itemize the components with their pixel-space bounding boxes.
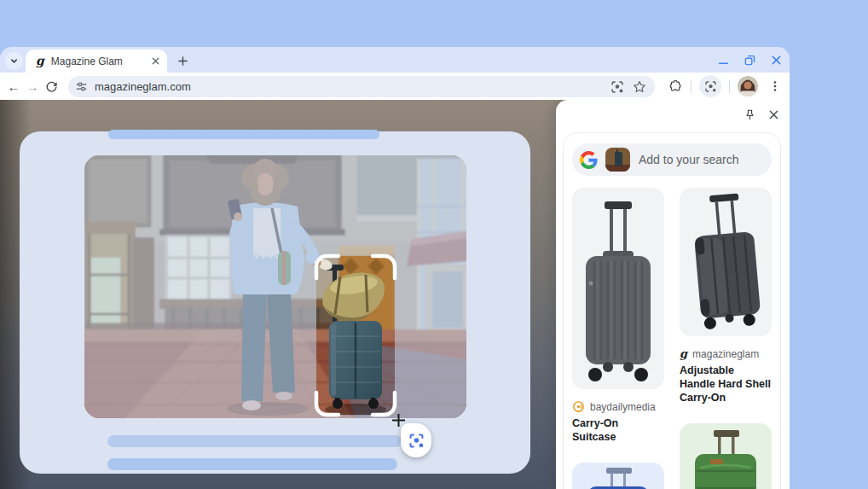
search-placeholder: Add to your search (639, 153, 739, 166)
placeholder-heading-bar (108, 130, 379, 139)
lens-search-icon[interactable] (610, 80, 624, 94)
address-bar[interactable]: magazineglam.com (68, 76, 655, 97)
lens-region-search-button[interactable] (401, 423, 431, 457)
article-card (20, 131, 530, 474)
placeholder-text-bar (107, 458, 397, 470)
lens-side-panel: Add to your search (556, 100, 790, 489)
tab-close-icon[interactable] (151, 56, 160, 66)
product-image-dark-suitcase[interactable] (680, 188, 772, 336)
profile-avatar[interactable] (738, 76, 758, 96)
back-button[interactable]: ← (4, 77, 23, 96)
restore-button[interactable] (744, 54, 756, 67)
tab-title: Magazine Glam (51, 55, 151, 67)
tab-strip: g Magazine Glam (0, 47, 790, 73)
product-image-blue-suitcase[interactable] (572, 463, 664, 489)
source-name: magazineglam (692, 348, 759, 360)
browser-menu-button[interactable] (766, 77, 784, 96)
tab-search-button[interactable] (5, 52, 23, 70)
pin-icon (744, 108, 756, 121)
source-name: baydailymedia (590, 401, 656, 413)
toolbar-separator (691, 79, 692, 93)
result-source[interactable]: baydailymedia (572, 400, 664, 413)
close-panel-button[interactable] (766, 107, 781, 122)
close-button[interactable] (770, 54, 783, 67)
desktop: g Magazine Glam ← → (0, 0, 868, 489)
minimize-button[interactable] (717, 54, 730, 67)
results-grid: baydailymedia Carry-On Suitcase (572, 188, 772, 489)
lens-session-button[interactable] (699, 75, 721, 97)
forward-button[interactable]: → (23, 77, 42, 96)
magazineglam-favicon: g (680, 348, 687, 359)
results-column-right: g magazineglam Adjustable Handle Hard Sh… (680, 188, 772, 489)
results-column-left: baydailymedia Carry-On Suitcase (572, 188, 664, 489)
result-title[interactable]: Carry-On Suitcase (572, 416, 664, 444)
lens-dim-overlay (84, 155, 466, 418)
chevron-down-icon (9, 56, 19, 66)
site-favicon: g (36, 54, 44, 67)
plus-icon (177, 55, 188, 67)
browser-content: Add to your search (0, 100, 790, 489)
window-controls (717, 47, 783, 73)
extensions-icon[interactable] (668, 79, 683, 94)
result-title[interactable]: Adjustable Handle Hard Shell Carry-On (680, 364, 772, 405)
result-source[interactable]: g magazineglam (680, 347, 772, 360)
toolbar-separator (729, 79, 730, 93)
product-image-green-suitcase[interactable] (680, 423, 772, 489)
new-tab-button[interactable] (175, 53, 191, 69)
lens-results-card: Add to your search (563, 132, 781, 489)
browser-toolbar: ← → magazineglam.com (0, 73, 790, 100)
site-settings-icon[interactable] (75, 80, 88, 93)
hero-photo-illustration (84, 155, 466, 418)
lens-search-bar[interactable]: Add to your search (572, 143, 772, 176)
hero-image[interactable] (84, 155, 466, 418)
url-text: magazineglam.com (95, 80, 610, 93)
query-image-thumbnail (605, 148, 630, 172)
reload-button[interactable] (42, 77, 61, 96)
baydailymedia-favicon (572, 400, 585, 413)
placeholder-text-bar (107, 435, 402, 447)
browser-window: g Magazine Glam ← → (0, 47, 790, 489)
close-icon (768, 109, 779, 120)
lens-icon (408, 433, 425, 449)
pin-panel-button[interactable] (742, 107, 757, 122)
lens-icon (704, 80, 717, 93)
product-image-gray-suitcase[interactable] (572, 188, 664, 389)
tab-magazine-glam[interactable]: g Magazine Glam (26, 49, 167, 73)
bookmark-star-icon[interactable] (633, 80, 646, 94)
google-logo (580, 151, 598, 169)
